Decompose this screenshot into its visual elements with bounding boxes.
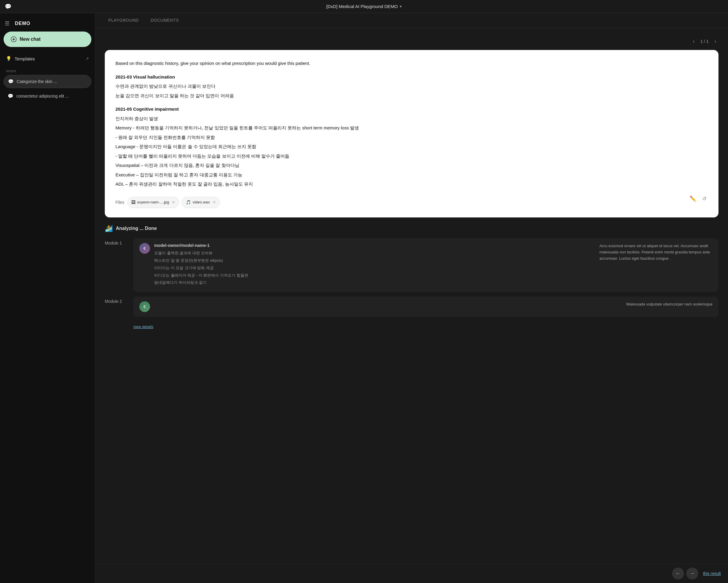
module-model-name-0: model-owner/model-name-1: [154, 243, 595, 248]
section-1-line-0: 인지저하 증상이 발생: [115, 115, 708, 122]
external-link-icon[interactable]: ↗: [85, 56, 89, 61]
section-1-line-2: - 원래 잘 외우던 지인들 전화번호를 기억하지 못함: [115, 134, 708, 141]
refresh-button[interactable]: ↺: [701, 194, 708, 203]
pagination-next-button[interactable]: ›: [712, 37, 719, 45]
tab-documents[interactable]: DOCUMENTS: [145, 14, 185, 27]
nav-buttons: ← →: [672, 567, 698, 579]
result-prev-button[interactable]: ←: [672, 567, 684, 579]
module-card-1: € Malesuada vulputate ullamcorper nam sc…: [133, 297, 719, 317]
file-remove-1[interactable]: ✕: [213, 199, 216, 205]
files-label: Files: [115, 199, 124, 206]
card-actions: ✏️ ↺: [688, 194, 708, 203]
hamburger-icon[interactable]: ☰: [5, 20, 9, 27]
section-title-0: 2021-03 Visual hallucination: [115, 73, 708, 81]
result-next-button[interactable]: →: [686, 567, 698, 579]
page-current: 1: [700, 39, 703, 44]
message-intro: Based on this diagnostic history, give y…: [115, 59, 708, 67]
chat-item-0[interactable]: 💬 Categorize the skin ...: [4, 75, 92, 88]
module-right-text-0: Arcu euismod ornare vel ut aliquet et la…: [599, 243, 712, 261]
module-0-desc-2: 이미지는 이 모달 크기에 맞춰 제공: [154, 265, 595, 271]
chat-bubble-icon-1: 💬: [8, 93, 14, 99]
module-desc-0: 모델이 출력한 결과에 대한 오버뷰 텍스트만 알 몇 문장만(뒷부분은 ell…: [154, 250, 595, 286]
this-result-link[interactable]: this result: [703, 571, 721, 576]
sidebar: ☰ DEMO New chat 💡 Templates ↗ recent 💬 C…: [0, 13, 95, 583]
pagination-row: ‹ 1 / 1 ›: [105, 35, 719, 50]
sidebar-header: ☰ DEMO: [4, 18, 92, 31]
section-1-line-4: - 말할 때 단어를 빨리 떠올리지 못하여 더듬는 모습을 보이고 이전에 비…: [115, 152, 708, 160]
pagination-prev-button[interactable]: ‹: [691, 37, 697, 45]
analyzing-icon: 🏄: [105, 225, 113, 232]
templates-left: 💡 Templates: [6, 56, 35, 61]
bottom-nav: ← → this result: [95, 564, 728, 583]
view-details-row: view details: [105, 322, 719, 332]
section-1-line-5: Visuospatial – 이전과 크게 다르지 않음, 혼자 길을 잘 찾아…: [115, 162, 708, 169]
tab-bar: PLAYGROUND DOCUMENTS: [95, 13, 728, 28]
file-name-0: suyeon-nam-....jpg: [137, 199, 170, 205]
wav-icon: 🎵: [186, 199, 191, 206]
pagination-info: 1 / 1: [700, 39, 708, 44]
analyzing-status: Analyzing ... Done: [116, 226, 157, 231]
bulb-icon: 💡: [6, 56, 11, 61]
main-content: PLAYGROUND DOCUMENTS ‹ 1 / 1 › Based on …: [95, 13, 728, 583]
section-1-line-6: Executive – 집안일 이전처럼 잘 하고 혼자 대중교통 이용도 가능: [115, 171, 708, 179]
message-card: Based on this diagnostic history, give y…: [105, 50, 719, 217]
view-details-link[interactable]: view details: [133, 325, 153, 329]
section-0-line-0: 수면과 관계없이 밤낮으로 귀신이나 괴물이 보인다: [115, 82, 708, 90]
image-icon: 🖼: [131, 199, 135, 206]
content-area: ‹ 1 / 1 › Based on this diagnostic histo…: [95, 28, 728, 564]
new-chat-icon: [11, 36, 17, 42]
module-avatar-1: €: [139, 301, 150, 312]
section-1-line-1: Memory - 하려던 행동을 기억하지 못하거나, 전날 있었던 일을 힌트…: [115, 124, 708, 132]
module-0-desc-0: 모델이 출력한 결과에 대한 오버뷰: [154, 250, 595, 256]
section-title-1: 2021-05 Cognitive impairment: [115, 105, 708, 113]
chat-icon: 💬: [5, 3, 11, 10]
files-row: Files 🖼 suyeon-nam-....jpg ✕ 🎵 video.wav…: [115, 197, 220, 208]
recent-label: recent: [4, 66, 92, 75]
app-title: [DxD] Medical AI Playground DEMO ▾: [326, 4, 401, 9]
module-0-desc-4: 썸네일에다가 하이퍼링크 걸기: [154, 280, 595, 286]
templates-label: Templates: [15, 56, 35, 61]
chat-bubble-icon-0: 💬: [8, 79, 14, 84]
templates-row[interactable]: 💡 Templates ↗: [4, 53, 92, 64]
page-total: 1: [706, 39, 709, 44]
module-0-desc-3: 비디오는 플레이어 제공 - 이 화면에서 가져오기 힘들면: [154, 273, 595, 279]
chat-item-label-0: Categorize the skin ...: [17, 79, 57, 84]
new-chat-button[interactable]: New chat: [4, 31, 92, 47]
module-0-desc-1: 텍스트만 알 몇 문장만(뒷부분은 ellipsis): [154, 257, 595, 264]
edit-button[interactable]: ✏️: [688, 194, 697, 203]
analyzing-row: 🏄 Analyzing ... Done: [105, 225, 719, 232]
module-card-0: € model-owner/model-name-1 모델이 출력한 결과에 대…: [133, 238, 719, 292]
module-body-0: model-owner/model-name-1 모델이 출력한 결과에 대한 …: [154, 243, 595, 287]
file-remove-0[interactable]: ✕: [172, 199, 175, 205]
chevron-down-icon[interactable]: ▾: [400, 4, 402, 9]
tab-playground[interactable]: PLAYGROUND: [102, 14, 145, 27]
module-row-1: Module 2 € Malesuada vulputate ullamcorp…: [105, 297, 719, 317]
module-row-0: Module 1 € model-owner/model-name-1 모델이 …: [105, 238, 719, 292]
top-bar: 💬 [DxD] Medical AI Playground DEMO ▾: [0, 0, 728, 13]
sidebar-logo: DEMO: [15, 21, 30, 26]
section-0-line-1: 눈을 감으면 귀신이 보이고 말을 하는 것 같아 입면이 어려움: [115, 92, 708, 100]
file-name-1: video.wav: [192, 199, 210, 205]
chat-item-label-1: consectetur adipiscing elit ...: [16, 94, 69, 99]
module-avatar-0: €: [139, 243, 150, 254]
new-chat-label: New chat: [20, 36, 41, 42]
module-right-text-1: Malesuada vulputate ullamcorper nam scel…: [626, 301, 712, 308]
file-tag-1: 🎵 video.wav ✕: [182, 197, 220, 208]
module-label-1: Module 2: [105, 297, 129, 304]
files-footer: Files 🖼 suyeon-nam-....jpg ✕ 🎵 video.wav…: [115, 190, 708, 208]
app-body: ☰ DEMO New chat 💡 Templates ↗ recent 💬 C…: [0, 13, 728, 583]
app-title-text: [DxD] Medical AI Playground DEMO: [326, 4, 398, 9]
module-label-0: Module 1: [105, 238, 129, 245]
section-1-line-7: ADL – 혼자 위생관리 잘하며 적절한 옷도 잘 골라 입음, 농사일도 유…: [115, 180, 708, 188]
file-tag-0: 🖼 suyeon-nam-....jpg ✕: [127, 197, 179, 208]
top-bar-left: 💬: [5, 3, 11, 10]
chat-item-1[interactable]: 💬 consectetur adipiscing elit ...: [4, 90, 92, 102]
section-1-line-3: Language - 문맹이지만 아들 이름은 쓸 수 있었는데 최근에는 쓰지…: [115, 143, 708, 150]
